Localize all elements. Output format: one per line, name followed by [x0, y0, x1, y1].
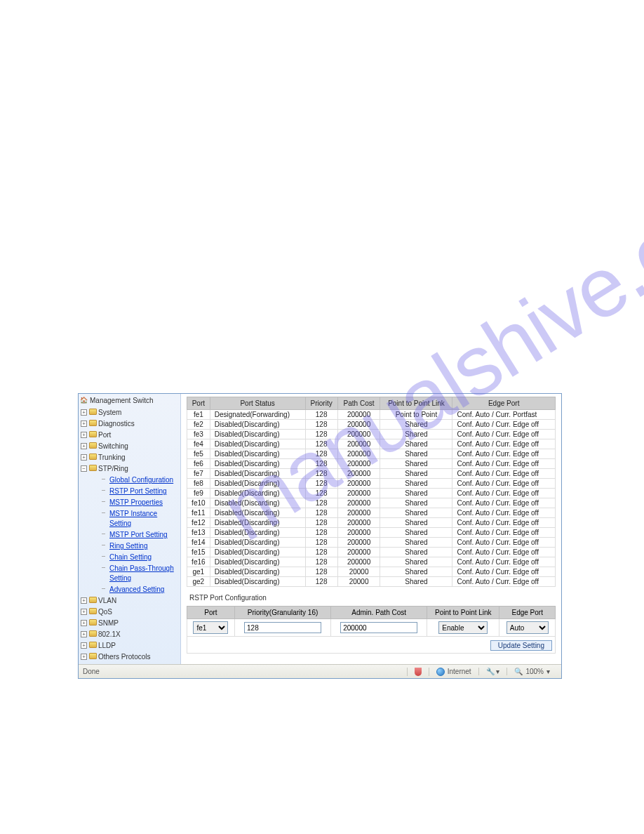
cell-port: fe1: [187, 410, 210, 420]
cell-status: Disabled(Discarding): [210, 449, 305, 459]
folder-icon: [89, 454, 97, 460]
cell-cost: 200000: [337, 449, 380, 459]
sidebar-item-snmp[interactable]: +SNMP: [79, 618, 180, 629]
cell-port: fe15: [187, 548, 210, 557]
cell-edge: Conf. Auto / Curr. Portfast: [452, 410, 556, 420]
port-table-header: Point to Point Link: [380, 397, 452, 410]
tree-link-advanced-setting[interactable]: Advanced Setting: [90, 584, 180, 595]
cell-edge: Conf. Auto / Curr. Edge off: [452, 518, 556, 528]
cell-edge: Conf. Auto / Curr. Edge off: [452, 430, 556, 439]
cell-edge: Conf. Auto / Curr. Edge off: [452, 557, 556, 567]
cell-port: fe11: [187, 508, 210, 518]
cell-priority: 128: [305, 548, 337, 557]
sidebar-item-port[interactable]: +Port: [79, 430, 180, 441]
port-table-header: Edge Port: [452, 397, 556, 410]
table-row: fe5Disabled(Discarding)128200000SharedCo…: [187, 449, 556, 459]
tree-toggle-icon[interactable]: +: [81, 642, 87, 649]
config-cost-input[interactable]: [340, 622, 417, 633]
config-port-select[interactable]: fe1: [193, 621, 228, 634]
cell-p2p: Shared: [380, 498, 452, 508]
folder-icon: [89, 442, 97, 449]
sidebar-item-label: VLAN: [98, 597, 116, 604]
table-row: fe11Disabled(Discarding)128200000SharedC…: [187, 508, 556, 518]
sidebar-item-label: Others Protocols: [98, 653, 150, 661]
cell-p2p: Shared: [380, 577, 452, 587]
status-mode[interactable]: 🔧 ▾: [478, 668, 507, 675]
tree-toggle-icon[interactable]: +: [81, 409, 87, 416]
tree-toggle-icon[interactable]: +: [81, 620, 87, 626]
tree-root[interactable]: Management Switch: [79, 395, 180, 407]
cell-cost: 200000: [337, 459, 380, 469]
folder-icon: [89, 465, 97, 471]
tree-toggle-icon[interactable]: +: [81, 597, 87, 604]
sidebar-item-label: LLDP: [98, 642, 116, 649]
cell-edge: Conf. Auto / Curr. Edge off: [452, 449, 556, 459]
port-status-table: PortPort StatusPriorityPath CostPoint to…: [187, 397, 556, 587]
table-row: fe1Designated(Forwarding)128200000Point …: [187, 410, 556, 420]
tree-link-mstp-instance-setting[interactable]: MSTP Instance Setting: [90, 508, 180, 529]
tree-link-mstp-properties[interactable]: MSTP Properties: [90, 497, 180, 508]
cell-priority: 128: [305, 577, 337, 587]
folder-icon: [89, 630, 97, 637]
cell-status: Disabled(Discarding): [210, 548, 305, 557]
status-zoom[interactable]: 🔍 100% ▾: [507, 668, 557, 675]
sidebar-item-switching[interactable]: +Switching: [79, 441, 180, 452]
table-row: fe3Disabled(Discarding)128200000SharedCo…: [187, 430, 556, 439]
cell-port: fe5: [187, 449, 210, 459]
tree-toggle-icon[interactable]: +: [81, 421, 87, 427]
folder-icon: [89, 608, 97, 614]
port-table-header: Priority: [305, 397, 337, 410]
cell-edge: Conf. Auto / Curr. Edge off: [452, 508, 556, 518]
cell-status: Designated(Forwarding): [210, 410, 305, 420]
tree-toggle-icon[interactable]: +: [81, 432, 87, 438]
tree-toggle-icon[interactable]: −: [81, 465, 87, 472]
tree-link-mstp-port-setting[interactable]: MSTP Port Setting: [90, 529, 180, 541]
tree-link-rstp-port-setting[interactable]: RSTP Port Setting: [90, 486, 180, 497]
sidebar-item-system[interactable]: +System: [79, 407, 180, 418]
cell-priority: 128: [305, 430, 337, 439]
sidebar-item-stp-ring[interactable]: −STP/Ring: [79, 463, 180, 475]
config-p2p-select[interactable]: Enable: [438, 621, 488, 634]
cell-priority: 128: [305, 518, 337, 528]
table-row: fe8Disabled(Discarding)128200000SharedCo…: [187, 479, 556, 489]
sidebar-item-802-1x[interactable]: +802.1X: [79, 629, 180, 640]
tree-link-ring-setting[interactable]: Ring Setting: [90, 541, 180, 552]
tree-link-chain-pass-through-setting[interactable]: Chain Pass-Through Setting: [90, 563, 180, 584]
tree-toggle-icon[interactable]: +: [81, 454, 87, 461]
tree-toggle-icon[interactable]: +: [81, 631, 87, 637]
cell-edge: Conf. Auto / Curr. Edge off: [452, 459, 556, 469]
cell-p2p: Shared: [380, 567, 452, 577]
sidebar-item-vlan[interactable]: +VLAN: [79, 595, 180, 607]
sidebar-item-others-protocols[interactable]: +Others Protocols: [79, 651, 180, 663]
cell-priority: 128: [305, 489, 337, 498]
config-edge-select[interactable]: Auto: [507, 621, 549, 634]
update-setting-button[interactable]: Update Setting: [490, 640, 552, 651]
config-section-title: RSTP Port Configuration: [189, 594, 556, 602]
cell-status: Disabled(Discarding): [210, 577, 305, 587]
folder-icon: [89, 597, 97, 603]
sidebar-item-qos[interactable]: +QoS: [79, 607, 180, 618]
tree-link-global-configuration[interactable]: Global Configuration: [90, 475, 180, 486]
tree-toggle-icon[interactable]: +: [81, 609, 87, 615]
table-row: fe6Disabled(Discarding)128200000SharedCo…: [187, 459, 556, 469]
sidebar-item-lldp[interactable]: +LLDP: [79, 640, 180, 651]
config-priority-input[interactable]: [244, 622, 321, 633]
cell-edge: Conf. Auto / Curr. Edge off: [452, 528, 556, 538]
table-row: fe7Disabled(Discarding)128200000SharedCo…: [187, 469, 556, 479]
cell-status: Disabled(Discarding): [210, 498, 305, 508]
cell-cost: 200000: [337, 420, 380, 430]
cell-p2p: Shared: [380, 430, 452, 439]
table-row: ge2Disabled(Discarding)12820000SharedCon…: [187, 577, 556, 587]
cell-priority: 128: [305, 449, 337, 459]
cell-priority: 128: [305, 439, 337, 449]
cell-edge: Conf. Auto / Curr. Edge off: [452, 469, 556, 479]
cell-priority: 128: [305, 508, 337, 518]
tree-toggle-icon[interactable]: +: [81, 443, 87, 449]
sidebar-item-diagnostics[interactable]: +Diagnostics: [79, 418, 180, 430]
cell-edge: Conf. Auto / Curr. Edge off: [452, 548, 556, 557]
tree-link-chain-setting[interactable]: Chain Setting: [90, 552, 180, 563]
sidebar-item-trunking[interactable]: +Trunking: [79, 452, 180, 463]
cell-port: ge1: [187, 567, 210, 577]
tree-toggle-icon[interactable]: +: [81, 654, 87, 660]
cell-port: fe8: [187, 479, 210, 489]
